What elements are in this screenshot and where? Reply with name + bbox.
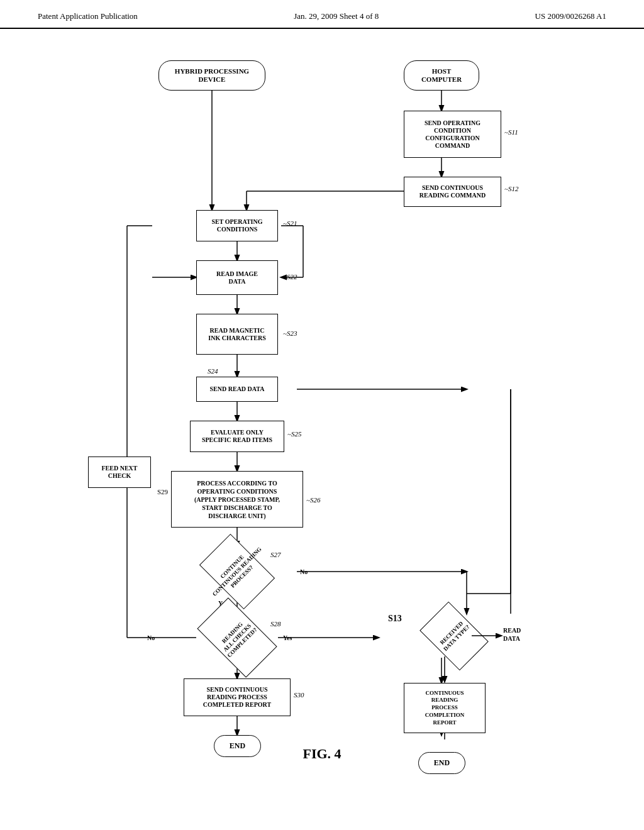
s22-label: ~S22 bbox=[283, 273, 297, 280]
read-magnetic-label: READ MAGNETICINK CHARACTERS bbox=[208, 327, 265, 342]
set-op-cond-node: SET OPERATINGCONDITIONS bbox=[196, 210, 278, 241]
send-report-node: SEND CONTINUOUSREADING PROCESSCOMPLETED … bbox=[184, 678, 291, 716]
diagram-area: HYBRID PROCESSINGDEVICE HOSTCOMPUTER SEN… bbox=[0, 29, 644, 781]
cont-reading-report-label: CONTINUOUSREADINGPROCESSCOMPLETIONREPORT bbox=[425, 690, 465, 726]
header-right: US 2009/0026268 A1 bbox=[535, 11, 606, 21]
yes2-label: Yes bbox=[283, 634, 292, 641]
s13-label: S13 bbox=[388, 614, 402, 624]
s24-label: S24 bbox=[208, 367, 218, 375]
hybrid-device-node: HYBRID PROCESSINGDEVICE bbox=[158, 60, 265, 91]
cont-reading-report-node: CONTINUOUSREADINGPROCESSCOMPLETIONREPORT bbox=[404, 683, 486, 733]
process-label: PROCESS ACCORDING TOOPERATING CONDITIONS… bbox=[194, 479, 280, 520]
send-continuous-cmd-label: SEND CONTINUOUSREADING COMMAND bbox=[419, 184, 486, 199]
no1-label: No bbox=[300, 568, 308, 575]
evaluate-label: EVALUATE ONLYSPECIFIC READ ITEMS bbox=[202, 429, 272, 444]
feed-next-check-label: FEED NEXTCHECK bbox=[102, 465, 138, 480]
no2-label: No bbox=[147, 634, 155, 641]
s12-label: ~S12 bbox=[504, 185, 518, 192]
header-center: Jan. 29, 2009 Sheet 4 of 8 bbox=[294, 11, 379, 21]
send-continuous-cmd-node: SEND CONTINUOUSREADING COMMAND bbox=[404, 177, 501, 207]
process-node: PROCESS ACCORDING TOOPERATING CONDITIONS… bbox=[171, 471, 303, 528]
s21-label: ~S21 bbox=[283, 219, 297, 227]
host-computer-label: HOSTCOMPUTER bbox=[421, 67, 462, 84]
s29-label: S29 bbox=[157, 488, 168, 495]
end2-node: END bbox=[418, 752, 465, 774]
send-report-label: SEND CONTINUOUSREADING PROCESSCOMPLETED … bbox=[203, 686, 271, 709]
flowchart: HYBRID PROCESSINGDEVICE HOSTCOMPUTER SEN… bbox=[52, 48, 592, 739]
page-header: Patent Application Publication Jan. 29, … bbox=[0, 0, 644, 29]
received-data-wrapper: RECEIVEDDATA TYPE? bbox=[416, 614, 492, 658]
end2-label: END bbox=[434, 758, 450, 767]
s23-label: ~S23 bbox=[283, 329, 297, 337]
send-op-condition-node: SEND OPERATINGCONDITIONCONFIGURATIONCOMM… bbox=[404, 111, 501, 158]
read-magnetic-node: READ MAGNETICINK CHARACTERS bbox=[196, 314, 278, 355]
end1-node: END bbox=[214, 735, 261, 757]
read-image-node: READ IMAGEDATA bbox=[196, 260, 278, 295]
fig-caption: FIG. 4 bbox=[38, 746, 606, 762]
end1-label: END bbox=[230, 741, 245, 750]
host-computer-node: HOSTCOMPUTER bbox=[404, 60, 479, 91]
hybrid-device-label: HYBRID PROCESSINGDEVICE bbox=[175, 67, 249, 84]
read-data-label: READDATA bbox=[503, 626, 521, 643]
s27-label: S27 bbox=[270, 551, 281, 558]
send-read-data-label: SEND READ DATA bbox=[210, 385, 265, 393]
s25-label: ~S25 bbox=[287, 430, 301, 438]
s26-label: ~S26 bbox=[306, 496, 320, 504]
set-op-cond-label: SET OPERATINGCONDITIONS bbox=[211, 218, 262, 233]
evaluate-node: EVALUATE ONLYSPECIFIC READ ITEMS bbox=[190, 421, 284, 452]
s11-label: ~S11 bbox=[504, 128, 518, 136]
feed-next-check-node: FEED NEXTCHECK bbox=[88, 456, 151, 488]
send-read-data-node: SEND READ DATA bbox=[196, 377, 278, 402]
s28-label: S28 bbox=[270, 620, 281, 628]
send-op-condition-label: SEND OPERATINGCONDITIONCONFIGURATIONCOMM… bbox=[425, 119, 480, 150]
header-left: Patent Application Publication bbox=[38, 11, 138, 21]
s30-label: S30 bbox=[294, 691, 304, 699]
read-image-label: READ IMAGEDATA bbox=[216, 270, 258, 285]
